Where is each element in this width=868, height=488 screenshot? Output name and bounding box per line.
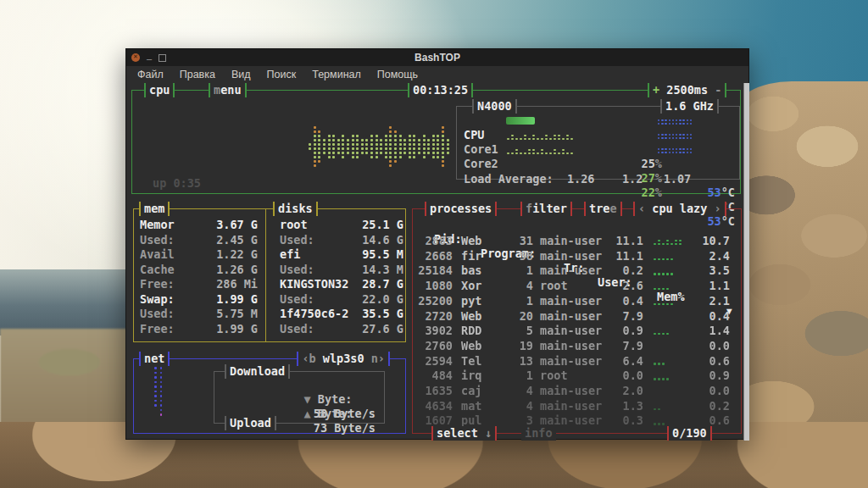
bashtop-screen: cpu menu 00:13:25 + 2500ms - up 0:35 N40… — [126, 83, 748, 439]
disk-row: Used:14.3 M — [134, 263, 405, 277]
menu-item-view[interactable]: Вид — [231, 69, 251, 80]
process-cpu-graph — [653, 266, 688, 275]
process-header-row[interactable]: Pid: Program: Tr: User: Mem% ▼ — [413, 218, 741, 232]
process-row[interactable]: 2720Web20main-user7.90.4 — [413, 309, 741, 324]
cpu-freq-label: 1.6 GHz — [660, 99, 719, 114]
download-row: ▼ Byte: 58 Byte/s — [221, 378, 381, 392]
disks-box-label: disks — [273, 202, 318, 216]
mem-box-label: mem — [139, 202, 170, 216]
disk-row: Used:14.6 G — [134, 233, 405, 247]
info-button[interactable]: info — [521, 426, 556, 441]
core2-temp-graph — [657, 146, 693, 154]
core1-usage-graph — [506, 130, 599, 141]
menu-item-edit[interactable]: Правка — [180, 69, 215, 80]
select-button[interactable]: select ↓ — [431, 426, 497, 441]
download-label: Download — [225, 364, 290, 379]
process-cpu-graph — [653, 236, 688, 246]
window-title: BashTOP — [126, 52, 748, 64]
tree-button[interactable]: tree — [584, 202, 622, 216]
process-row[interactable]: 4634mat4main-user1.30.2 — [413, 399, 741, 413]
sort-selector[interactable]: ‹ cpu lazy › — [633, 202, 726, 216]
cpu-core2-row: Core2 22% 53°C — [457, 142, 739, 157]
disk-row: efi95.5 M — [134, 247, 405, 262]
process-row[interactable]: 2594Tel13main-user6.40.6 — [413, 354, 741, 369]
cpu-detail-box: N4000 1.6 GHz CPU 25% 53°C Core1 27% 54°… — [456, 106, 740, 180]
process-row[interactable]: 2668fir58main-user11.12.4 — [413, 249, 741, 263]
terminal-scrollbar[interactable] — [743, 83, 749, 441]
process-row[interactable]: 2883Web31main-user11.110.7 — [413, 234, 741, 248]
process-row[interactable]: 25200pyt1main-user0.42.1 — [413, 294, 741, 308]
cpu-core1-row: Core1 27% 54°C — [457, 128, 739, 142]
desktop: ✕ – BashTOP Файл Правка Вид Поиск Термин… — [0, 0, 868, 488]
selection-counter: 0/190 — [667, 426, 712, 441]
cpu-model-label: N4000 — [472, 99, 517, 114]
process-cpu-graph — [653, 416, 688, 425]
cpu-total-row: CPU 25% 53°C — [457, 114, 739, 128]
process-row[interactable]: 1635caj4main-user2.00.0 — [413, 384, 741, 398]
net-history-graph — [154, 367, 162, 416]
net-detail-box: Download Upload ▼ Byte: 58 Byte/s ▲ Byte… — [214, 371, 385, 424]
load-average-row: Load Average: 1.26 1.2 1.07 — [457, 158, 739, 172]
menu-item-file[interactable]: Файл — [137, 69, 164, 80]
disk-row: KINGSTON3228.7 G — [134, 277, 405, 291]
cpu-box-label: cpu — [144, 83, 175, 97]
disk-row: Used:27.6 G — [134, 322, 405, 336]
process-row[interactable]: 2760Web19main-user7.90.0 — [413, 339, 741, 353]
net-interface-switch[interactable]: ‹b wlp3s0 n› — [297, 352, 390, 366]
cpu-history-graph — [308, 119, 453, 175]
mem-box: mem disks Memor3.67 GUsed:2.45 GAvail1.2… — [133, 208, 406, 342]
disk-row: Used:22.0 G — [134, 292, 405, 307]
process-cpu-graph — [653, 252, 688, 261]
clock: 00:13:25 — [408, 83, 473, 97]
process-row[interactable]: 484irq1root0.00.9 — [413, 369, 741, 383]
process-row[interactable]: 1080Xor4root2.61.1 — [413, 279, 741, 293]
menu-item-help[interactable]: Помощь — [377, 69, 418, 80]
menu-button[interactable]: menu — [209, 83, 247, 97]
process-cpu-graph — [653, 371, 688, 380]
mem-disks-divider — [265, 208, 266, 342]
net-box: net ‹b wlp3s0 n› Download Upload ▼ Byte:… — [133, 358, 406, 434]
net-box-label: net — [139, 352, 170, 366]
process-cpu-graph — [653, 326, 688, 336]
menu-item-search[interactable]: Поиск — [267, 69, 297, 80]
core1-temp-graph — [657, 131, 693, 140]
upload-row: ▲ Byte: 73 Byte/s — [221, 392, 381, 407]
uptime-label: up 0:35 — [153, 176, 201, 190]
core2-usage-graph — [506, 145, 599, 155]
processes-box-label: processes — [425, 202, 497, 216]
menu-item-terminal[interactable]: Терминал — [312, 69, 361, 80]
processes-box: processes filter tree ‹ cpu lazy › Pid: … — [412, 208, 742, 434]
filter-button[interactable]: filter — [520, 202, 572, 216]
process-cpu-graph — [653, 297, 688, 306]
refresh-interval[interactable]: + 2500ms - — [648, 83, 726, 97]
cpu-temp-graph — [657, 117, 693, 125]
process-cpu-graph — [653, 281, 688, 291]
process-row[interactable]: 3902RDD5main-user0.91.4 — [413, 324, 741, 338]
menu-bar: Файл Правка Вид Поиск Терминал Помощь — [126, 66, 748, 83]
titlebar[interactable]: ✕ – BashTOP — [126, 49, 748, 66]
process-cpu-graph — [653, 357, 688, 366]
disk-row: root25.1 G — [134, 218, 405, 232]
disk-row: 1f4750c6-235.5 G — [134, 307, 405, 321]
process-row[interactable]: 25184bas1main-user0.23.5 — [413, 263, 741, 278]
cpu-usage-meter — [506, 117, 535, 125]
terminal-window: ✕ – BashTOP Файл Правка Вид Поиск Термин… — [125, 48, 749, 440]
process-cpu-graph — [653, 402, 688, 411]
